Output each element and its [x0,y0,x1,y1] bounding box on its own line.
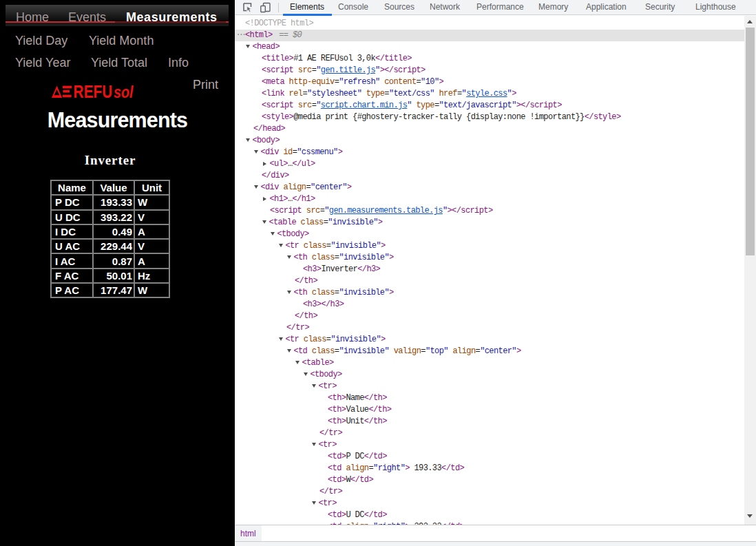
svg-text:sol: sol [114,85,134,98]
svg-text:REFU: REFU [73,85,112,98]
